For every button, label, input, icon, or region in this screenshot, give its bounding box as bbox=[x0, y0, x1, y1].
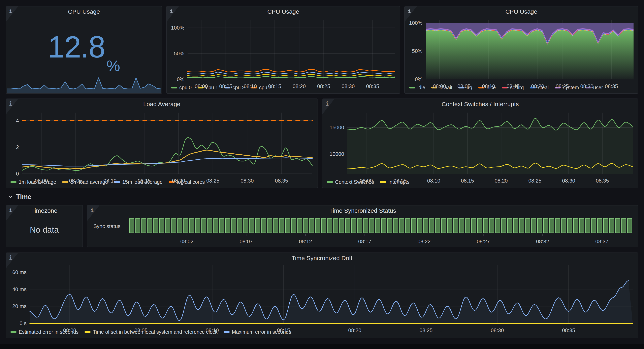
svg-text:0%: 0% bbox=[415, 76, 422, 82]
svg-text:08:07: 08:07 bbox=[240, 238, 253, 245]
svg-text:08:20: 08:20 bbox=[531, 83, 544, 89]
svg-text:08:05: 08:05 bbox=[134, 327, 148, 333]
svg-text:20 ms: 20 ms bbox=[12, 303, 26, 309]
panel-load-average: i Load Average 02408:0008:0508:1008:1508… bbox=[6, 98, 318, 188]
svg-text:08:27: 08:27 bbox=[477, 238, 490, 245]
stat-unit: % bbox=[106, 57, 120, 77]
section-header-time[interactable]: Time bbox=[6, 192, 638, 202]
cpu-stacked-chart[interactable]: 0%50%100%08:0008:0508:1008:1508:2008:250… bbox=[405, 16, 638, 85]
dashboard-row-3: i Timezone No data i Time Syncronized St… bbox=[6, 205, 638, 247]
svg-text:08:15: 08:15 bbox=[506, 83, 520, 89]
sync-status-row: Sync status 08:0208:0708:1208:1708:2208:… bbox=[87, 216, 638, 247]
svg-text:08:10: 08:10 bbox=[206, 327, 219, 333]
svg-text:08:35: 08:35 bbox=[562, 327, 575, 333]
info-icon: i bbox=[326, 100, 329, 107]
cpu-per-core-chart[interactable]: 0%50%100%08:0008:0508:1008:1508:2008:250… bbox=[167, 16, 400, 85]
svg-text:100%: 100% bbox=[171, 25, 184, 31]
svg-text:08:05: 08:05 bbox=[69, 178, 82, 184]
cpu-usage-sparkline[interactable] bbox=[6, 76, 162, 93]
time-sync-drift-chart[interactable]: 0 s20 ms40 ms60 ms08:0008:0508:1008:1508… bbox=[6, 263, 638, 329]
svg-text:08:25: 08:25 bbox=[556, 83, 569, 89]
svg-text:10000: 10000 bbox=[330, 151, 344, 157]
svg-text:08:20: 08:20 bbox=[172, 178, 185, 184]
svg-text:08:00: 08:00 bbox=[195, 83, 208, 89]
info-icon: i bbox=[90, 207, 94, 213]
svg-text:08:35: 08:35 bbox=[366, 83, 379, 89]
svg-text:0: 0 bbox=[16, 171, 19, 177]
svg-text:08:05: 08:05 bbox=[458, 83, 470, 89]
svg-text:08:05: 08:05 bbox=[394, 178, 406, 184]
svg-text:08:37: 08:37 bbox=[595, 238, 608, 245]
svg-text:08:00: 08:00 bbox=[433, 83, 446, 89]
info-icon: i bbox=[9, 255, 12, 261]
svg-text:08:25: 08:25 bbox=[528, 178, 541, 184]
info-icon: i bbox=[9, 100, 12, 107]
svg-text:08:30: 08:30 bbox=[562, 178, 575, 184]
svg-text:08:30: 08:30 bbox=[491, 327, 504, 333]
svg-text:0 s: 0 s bbox=[20, 320, 26, 326]
svg-text:08:10: 08:10 bbox=[482, 83, 495, 89]
svg-text:50%: 50% bbox=[412, 48, 422, 54]
svg-text:08:30: 08:30 bbox=[580, 83, 593, 89]
panel-title[interactable]: Time Syncronized Drift bbox=[6, 253, 638, 263]
svg-text:08:30: 08:30 bbox=[241, 178, 254, 184]
svg-text:08:25: 08:25 bbox=[206, 178, 219, 184]
svg-text:08:02: 08:02 bbox=[180, 238, 194, 245]
panel-title[interactable]: Context Switches / Interrupts bbox=[322, 99, 638, 109]
svg-text:08:12: 08:12 bbox=[299, 238, 312, 245]
svg-text:2: 2 bbox=[16, 144, 19, 150]
panel-context-switches: i Context Switches / Interrupts 10000150… bbox=[322, 98, 638, 188]
sync-status-timeline[interactable]: 08:0208:0708:1208:1708:2208:2708:3208:37 bbox=[128, 216, 638, 247]
svg-text:08:15: 08:15 bbox=[277, 327, 290, 333]
svg-text:0%: 0% bbox=[177, 76, 184, 82]
svg-text:08:10: 08:10 bbox=[427, 178, 440, 184]
panel-title[interactable]: CPU Usage bbox=[167, 6, 400, 16]
dashboard-row-4: i Time Syncronized Drift 0 s20 ms40 ms60… bbox=[6, 253, 638, 338]
panel-cpu-usage-per-core: i CPU Usage 0%50%100%08:0008:0508:1008:1… bbox=[166, 6, 400, 94]
panel-time-sync-drift: i Time Syncronized Drift 0 s20 ms40 ms60… bbox=[6, 253, 638, 338]
svg-text:08:15: 08:15 bbox=[138, 178, 151, 184]
svg-text:08:32: 08:32 bbox=[536, 238, 549, 245]
svg-text:08:00: 08:00 bbox=[35, 178, 48, 184]
panel-timezone: i Timezone No data bbox=[6, 205, 83, 247]
svg-text:08:35: 08:35 bbox=[605, 83, 618, 89]
dashboard-row-1: i CPU Usage 12.8 % i CPU Usage 0%50%100%… bbox=[6, 6, 638, 94]
svg-text:50%: 50% bbox=[174, 50, 184, 56]
svg-text:08:20: 08:20 bbox=[495, 178, 508, 184]
svg-text:08:17: 08:17 bbox=[358, 238, 371, 245]
svg-text:4: 4 bbox=[16, 118, 19, 124]
svg-text:08:15: 08:15 bbox=[461, 178, 474, 184]
svg-text:60 ms: 60 ms bbox=[12, 269, 26, 275]
info-icon: i bbox=[408, 8, 411, 14]
svg-text:08:35: 08:35 bbox=[275, 178, 288, 184]
panel-title[interactable]: CPU Usage bbox=[405, 6, 638, 16]
section-title: Time bbox=[16, 193, 32, 201]
dashboard-row-2: i Load Average 02408:0008:0508:1008:1508… bbox=[6, 98, 638, 188]
grafana-dashboard: i CPU Usage 12.8 % i CPU Usage 0%50%100%… bbox=[0, 0, 644, 349]
svg-text:08:00: 08:00 bbox=[360, 178, 373, 184]
svg-text:08:15: 08:15 bbox=[268, 83, 281, 89]
svg-text:08:25: 08:25 bbox=[420, 327, 432, 333]
panel-title[interactable]: Load Average bbox=[6, 99, 318, 109]
panel-cpu-usage-stat: i CPU Usage 12.8 % bbox=[6, 6, 162, 94]
context-switches-chart[interactable]: 100001500008:0008:0508:1008:1508:2008:25… bbox=[322, 109, 638, 179]
info-icon: i bbox=[9, 207, 12, 213]
svg-text:08:35: 08:35 bbox=[596, 178, 609, 184]
panel-title[interactable]: CPU Usage bbox=[6, 6, 162, 16]
info-icon: i bbox=[170, 8, 173, 14]
panel-title[interactable]: Time Syncronized Status bbox=[87, 205, 638, 216]
svg-text:08:10: 08:10 bbox=[244, 83, 257, 89]
panel-cpu-usage-stacked: i CPU Usage 0%50%100%08:0008:0508:1008:1… bbox=[404, 6, 638, 94]
svg-text:08:20: 08:20 bbox=[292, 83, 306, 89]
svg-text:40 ms: 40 ms bbox=[12, 286, 26, 292]
svg-text:08:10: 08:10 bbox=[104, 178, 116, 184]
bottom-strip bbox=[0, 344, 644, 349]
load-average-chart[interactable]: 02408:0008:0508:1008:1508:2008:2508:3008… bbox=[6, 109, 318, 179]
info-icon: i bbox=[9, 8, 12, 14]
chevron-down-icon bbox=[8, 195, 13, 198]
svg-text:15000: 15000 bbox=[330, 124, 344, 130]
svg-text:08:00: 08:00 bbox=[63, 327, 76, 333]
svg-text:08:05: 08:05 bbox=[219, 83, 232, 89]
panel-time-sync-status: i Time Syncronized Status Sync status 08… bbox=[87, 205, 638, 247]
svg-text:08:30: 08:30 bbox=[342, 83, 354, 89]
